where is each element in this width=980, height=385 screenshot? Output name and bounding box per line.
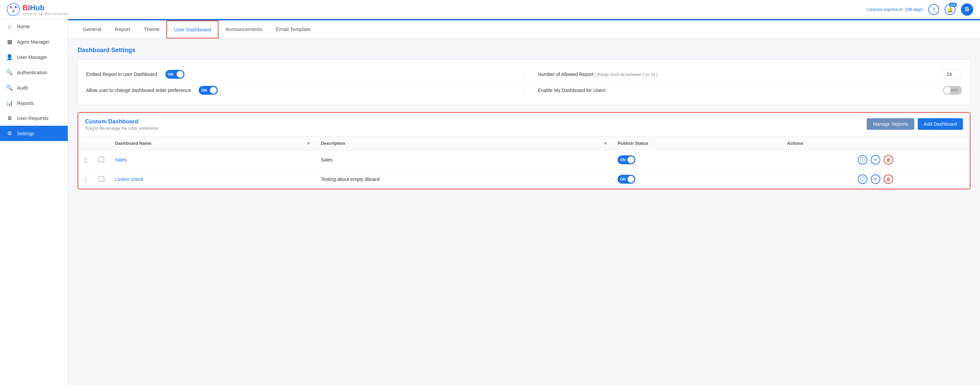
allow-order-toggle[interactable]: ON [199,86,218,95]
th-status: Publish Status [612,137,781,150]
allowed-report-input[interactable] [942,70,962,79]
sidebar-label-settings: Settings [17,131,34,136]
settings-left-2: Allow user to change dashboard order pre… [86,86,511,95]
dashboard-name-link[interactable]: Looker check [115,176,143,182]
th-check [93,137,110,150]
notification-button[interactable]: 🔔 100 [945,4,956,15]
logo-bi: BI [22,3,30,12]
app-body: ⌂ Home ▦ Agent Manager 👤 User Manager 🔍 … [0,19,980,385]
sidebar-label-user-requests: User Requests [17,115,49,121]
svg-point-0 [7,3,19,16]
sidebar-item-agent-manager[interactable]: ▦ Agent Manager [0,34,68,50]
custom-dashboard-actions: Manage Reports Add Dashboard [867,118,963,130]
sidebar-item-user-manager[interactable]: 👤 User Manager [0,50,68,65]
audit-icon: 🔍 [6,85,13,91]
enable-dashboard-toggle[interactable]: OFF [943,86,962,95]
row-checkbox[interactable] [99,157,104,162]
th-name-filter[interactable]: ≡ [302,137,315,150]
tab-email-template[interactable]: Email Template [269,21,318,38]
description-cell: Sales [315,150,599,170]
main-content: General Report Theme User Dashboard Anno… [68,19,980,385]
actions-cell: ⓘ ✏ 🗑 [782,170,970,189]
embed-toggle-knob [177,71,183,78]
tab-announcements[interactable]: Announcements [218,21,269,38]
name-filter-cell [302,170,315,189]
sidebar-item-settings[interactable]: ⚙ Settings [0,126,68,141]
drag-handle-icon[interactable]: ⣿ [84,176,88,182]
status-cell: ON [612,150,781,170]
tabs-bar: General Report Theme User Dashboard Anno… [68,21,980,38]
help-button[interactable]: ? [928,4,939,15]
desc-filter-cell [599,170,612,189]
drag-cell: ⣿ [78,150,93,170]
desc-filter-cell [599,150,612,170]
tab-general[interactable]: General [76,21,108,38]
delete-button[interactable]: 🗑 [884,155,893,165]
edit-button[interactable]: ✏ [871,155,880,165]
settings-right-2: Enable My Dashboard for Users OFF [524,86,962,95]
logo-icon [7,3,20,16]
sidebar-label-reports: Reports [17,101,34,106]
svg-line-5 [11,7,13,11]
agent-manager-icon: ▦ [6,38,13,45]
home-icon: ⌂ [6,24,13,30]
allow-order-toggle-knob [210,87,217,94]
actions-cell: ⓘ ✏ 🗑 [782,150,970,170]
custom-dashboard-subtitle: Drag to Re-arrange the order preference [85,126,158,131]
custom-dashboard-title: Custom Dashboard [85,118,158,125]
drag-handle-icon[interactable]: ⣿ [84,157,88,163]
embed-toggle-label: ON [165,72,173,76]
edit-button[interactable]: ✏ [871,174,880,184]
custom-dashboard-header: Custom Dashboard Drag to Re-arrange the … [78,113,970,137]
th-desc-filter[interactable]: ≡ [599,137,612,150]
info-button[interactable]: ⓘ [858,174,867,184]
top-header: BIHub YOUR BI SEARCH ENGINE License expi… [0,0,980,19]
sidebar-item-audit[interactable]: 🔍 Audit [0,80,68,96]
row-checkbox[interactable] [99,176,104,182]
sidebar-item-reports[interactable]: 📊 Reports [0,96,68,111]
status-toggle-knob [627,176,634,183]
sidebar: ⌂ Home ▦ Agent Manager 👤 User Manager 🔍 … [0,19,68,385]
tab-theme[interactable]: Theme [137,21,166,38]
tab-user-dashboard[interactable]: User Dashboard [166,21,218,38]
status-toggle[interactable]: ON [617,175,635,184]
action-buttons: ⓘ ✏ 🗑 [787,174,964,184]
dashboard-name-link[interactable]: Sales [115,157,127,163]
custom-dashboard-title-block: Custom Dashboard Drag to Re-arrange the … [85,118,158,131]
info-button[interactable]: ⓘ [858,155,867,165]
drag-cell: ⣿ [78,170,93,189]
embed-report-toggle[interactable]: ON [165,70,185,79]
allow-order-toggle-label: ON [199,88,207,92]
tab-report[interactable]: Report [108,21,137,38]
svg-line-6 [13,7,16,11]
sidebar-item-authentication[interactable]: 🔍 Authentication [0,65,68,80]
sidebar-item-home[interactable]: ⌂ Home [0,19,68,34]
notification-badge: 100 [949,3,957,7]
status-toggle-label: ON [617,158,626,162]
header-right: License expires in: 198 days ? 🔔 100 B [867,3,973,16]
add-dashboard-button[interactable]: Add Dashboard [918,118,963,130]
logo-sub: YOUR BI SEARCH ENGINE [22,12,68,16]
license-text: License expires in: 198 days [867,7,923,12]
sidebar-label-agent-manager: Agent Manager [17,39,50,45]
th-description: Description [315,137,599,150]
manage-reports-button[interactable]: Manage Reports [867,118,914,130]
settings-row-1: Embed Report in user Dashboard ON Number… [86,66,962,82]
user-avatar-button[interactable]: B [961,3,973,16]
sidebar-label-home: Home [17,24,30,29]
dashboard-settings-heading: Dashboard Settings [78,47,970,54]
sidebar-label-user-manager: User Manager [17,54,47,60]
table-row: ⣿ Sales Sales ON ⓘ ✏ 🗑 [78,150,970,170]
check-cell [93,150,110,170]
sidebar-label-authentication: Authentication [17,70,47,75]
settings-right-1: Number of Allowed Report ( Range must be… [524,70,962,79]
sidebar-item-user-requests[interactable]: 🖥 User Requests [0,111,68,126]
logo-hub: Hub [30,3,45,12]
status-toggle[interactable]: ON [617,155,635,164]
table-header: Dashboard Name ≡ Description ≡ Publish S… [78,137,970,150]
delete-button[interactable]: 🗑 [884,174,893,184]
sidebar-label-audit: Audit [17,85,28,91]
logo-area: BIHub YOUR BI SEARCH ENGINE [7,3,68,16]
description-cell: Testing about empty dboard [315,170,599,189]
user-requests-icon: 🖥 [6,115,13,121]
